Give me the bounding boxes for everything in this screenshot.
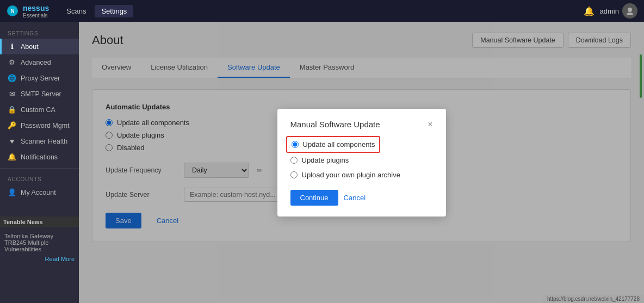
- sidebar-item-proxy[interactable]: 🌐 Proxy Server: [0, 70, 79, 86]
- proxy-icon: 🌐: [8, 74, 16, 82]
- sidebar-item-advanced[interactable]: ⚙ Advanced: [0, 54, 79, 70]
- main-content: About Manual Software Update Download Lo…: [79, 22, 644, 303]
- sidebar-divider: [0, 168, 79, 169]
- svg-point-3: [627, 13, 633, 15]
- modal-radio-update-all-input[interactable]: [292, 141, 299, 148]
- modal-highlight: Update all components: [286, 136, 381, 153]
- nav-left: N nessus Essentials Scans Settings: [7, 4, 133, 18]
- modal-radio-group: Update all components Update plugins Upl…: [290, 139, 433, 179]
- tenable-news-title: Tenable News: [0, 217, 79, 227]
- notifications-icon: 🔔: [8, 153, 16, 161]
- top-nav: N nessus Essentials Scans Settings 🔔 adm…: [0, 0, 644, 22]
- sidebar-item-custom-ca[interactable]: 🔒 Custom CA: [0, 102, 79, 118]
- sidebar-item-about[interactable]: ℹ About: [0, 39, 79, 54]
- sidebar-advanced-label: Advanced: [21, 59, 51, 66]
- tenable-news-article: Teltonika Gateway TRB245 Multiple Vulner…: [4, 233, 75, 252]
- modal-dialog: Manual Software Update × Update all comp…: [277, 109, 446, 217]
- modal-header: Manual Software Update ×: [290, 120, 433, 129]
- nav-links: Scans Settings: [60, 5, 133, 17]
- svg-point-2: [628, 8, 632, 12]
- sidebar-password-mgmt-label: Password Mgmt: [21, 122, 70, 129]
- modal-radio-plugins-input[interactable]: [290, 157, 298, 164]
- sidebar-item-smtp[interactable]: ✉ SMTP Server: [0, 86, 79, 102]
- modal-radio-upload-input[interactable]: [290, 171, 298, 178]
- modal-radio-update-plugins[interactable]: Update plugins: [290, 156, 433, 164]
- modal-update-all-label: Update all components: [303, 140, 375, 149]
- scanner-health-icon: ♥: [8, 137, 16, 145]
- settings-section-label: SETTINGS: [0, 26, 79, 39]
- sidebar-item-notifications[interactable]: 🔔 Notifications: [0, 149, 79, 165]
- nessus-logo-icon: N: [7, 5, 18, 17]
- logo-sub: Essentials: [23, 13, 49, 18]
- accounts-section-label: ACCOUNTS: [0, 172, 79, 184]
- sidebar-scanner-health-label: Scanner Health: [21, 138, 67, 145]
- advanced-icon: ⚙: [8, 58, 16, 66]
- bell-icon[interactable]: 🔔: [584, 6, 595, 16]
- sidebar-proxy-label: Proxy Server: [21, 75, 60, 82]
- avatar: [622, 3, 637, 18]
- sidebar-my-account-label: My Account: [21, 189, 56, 196]
- logo-text: nessus: [23, 4, 49, 13]
- svg-text:N: N: [10, 8, 14, 14]
- tenable-news-read-more[interactable]: Read More: [4, 256, 75, 262]
- user-icon: [626, 7, 634, 15]
- modal-close-button[interactable]: ×: [428, 120, 432, 129]
- user-info[interactable]: admin: [600, 3, 637, 18]
- sidebar-notifications-label: Notifications: [21, 153, 58, 161]
- sidebar-about-label: About: [21, 43, 39, 51]
- tenable-news-body: Teltonika Gateway TRB245 Multiple Vulner…: [0, 231, 79, 264]
- modal-radio-update-all[interactable]: Update all components: [290, 139, 433, 150]
- sidebar-smtp-label: SMTP Server: [21, 90, 61, 98]
- sidebar-item-scanner-health[interactable]: ♥ Scanner Health: [0, 133, 79, 149]
- my-account-icon: 👤: [8, 188, 16, 196]
- nav-settings[interactable]: Settings: [95, 5, 133, 17]
- nav-scans[interactable]: Scans: [60, 5, 92, 17]
- modal-actions: Continue Cancel: [290, 190, 433, 206]
- smtp-icon: ✉: [8, 90, 16, 98]
- nav-right: 🔔 admin: [584, 3, 637, 18]
- sidebar-custom-ca-label: Custom CA: [21, 106, 55, 114]
- modal-title: Manual Software Update: [290, 120, 380, 129]
- modal-upload-archive-label: Upload your own plugin archive: [302, 171, 400, 179]
- modal-update-plugins-label: Update plugins: [302, 156, 349, 164]
- username-label: admin: [600, 7, 619, 15]
- sidebar: SETTINGS ℹ About ⚙ Advanced 🌐 Proxy Serv…: [0, 22, 79, 303]
- modal-radio-upload-archive[interactable]: Upload your own plugin archive: [290, 171, 433, 179]
- custom-ca-icon: 🔒: [8, 106, 16, 114]
- password-mgmt-icon: 🔑: [8, 121, 16, 129]
- logo: N nessus Essentials: [7, 4, 49, 18]
- modal-continue-button[interactable]: Continue: [290, 190, 338, 206]
- tenable-news-section: Tenable News Teltonika Gateway TRB245 Mu…: [0, 217, 79, 264]
- modal-overlay: Manual Software Update × Update all comp…: [79, 22, 644, 303]
- sidebar-item-my-account[interactable]: 👤 My Account: [0, 184, 79, 200]
- modal-cancel-button[interactable]: Cancel: [344, 194, 366, 202]
- about-icon: ℹ: [8, 42, 16, 51]
- sidebar-item-password-mgmt[interactable]: 🔑 Password Mgmt: [0, 118, 79, 133]
- app-body: SETTINGS ℹ About ⚙ Advanced 🌐 Proxy Serv…: [0, 22, 644, 303]
